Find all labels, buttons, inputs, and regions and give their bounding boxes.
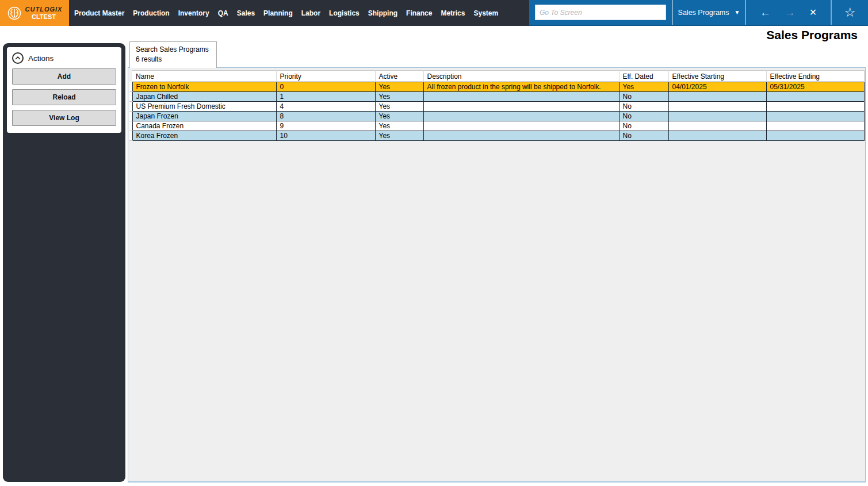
results-panel: NamePriorityActiveDescriptionEff. DatedE… (128, 67, 866, 483)
column-header[interactable]: Name (132, 71, 276, 82)
table-row[interactable]: Frozen to Norfolk 0 Yes All frozen produ… (129, 82, 864, 92)
column-header[interactable]: Description (423, 71, 619, 82)
screen-dropdown-value: Sales Programs (678, 9, 729, 17)
cell-description (423, 92, 619, 102)
column-header[interactable]: Effective Ending (766, 71, 864, 82)
brand-environment: CLTEST (32, 13, 56, 20)
cell-name: Japan Frozen (132, 112, 276, 121)
cell-description (423, 121, 619, 131)
actions-panel: Actions AddReloadView Log (7, 47, 121, 133)
cell-effective-ending (766, 121, 864, 131)
cell-priority: 10 (276, 131, 375, 141)
cell-eff-dated: Yes (619, 82, 668, 92)
table-row[interactable]: Japan Frozen 8 Yes No (129, 112, 864, 121)
column-header[interactable]: Eff. Dated (619, 71, 668, 82)
goto-screen-input[interactable] (535, 5, 666, 20)
nav-item[interactable]: Planning (263, 9, 293, 17)
collapse-panel-icon[interactable] (12, 52, 24, 64)
nav-item[interactable]: Inventory (178, 9, 209, 17)
tab-search-sales-programs[interactable]: Search Sales Programs 6 results (129, 41, 217, 68)
cell-eff-dated: No (619, 131, 668, 141)
cell-effective-starting (668, 112, 766, 121)
topbar-blue-zone: Sales Programs ▼ ← → ✕ ☆ (529, 0, 868, 26)
table-row[interactable]: Japan Chilled 1 Yes No (129, 92, 864, 102)
action-button[interactable]: Add (12, 68, 116, 85)
favorite-section: ☆ (832, 0, 868, 25)
chevron-down-icon: ▼ (735, 9, 740, 16)
nav-item[interactable]: Product Master (74, 9, 124, 17)
nav-item[interactable]: Finance (406, 9, 432, 17)
cell-effective-ending (766, 131, 864, 141)
cell-priority: 4 (276, 102, 375, 112)
cell-effective-starting (668, 92, 766, 102)
cell-active: Yes (375, 121, 423, 131)
cell-priority: 1 (276, 92, 375, 102)
cell-name: US Premium Fresh Domestic (132, 102, 276, 112)
goto-screen-section (529, 0, 672, 25)
top-bar: CUTLOGIX CLTEST Product MasterProduction… (0, 0, 868, 26)
brand-logo: CUTLOGIX CLTEST (0, 0, 69, 26)
tab-title: Search Sales Programs (136, 45, 211, 55)
column-header[interactable]: Active (375, 71, 423, 82)
table-body: Frozen to Norfolk 0 Yes All frozen produ… (129, 82, 864, 141)
cell-effective-starting (668, 131, 766, 141)
nav-history-section: ← → ✕ (746, 0, 831, 25)
table-header-row: NamePriorityActiveDescriptionEff. DatedE… (129, 71, 864, 82)
cell-eff-dated: No (619, 121, 668, 131)
cell-name: Japan Chilled (132, 92, 276, 102)
cell-active: Yes (375, 102, 423, 112)
favorite-icon[interactable]: ☆ (844, 6, 856, 19)
nav-item[interactable]: Labor (301, 9, 320, 17)
tab-results-count: 6 results (136, 55, 211, 64)
action-button[interactable]: View Log (12, 110, 116, 126)
cell-description (423, 131, 619, 141)
sales-programs-table: NamePriorityActiveDescriptionEff. DatedE… (129, 70, 865, 141)
cell-description (423, 112, 619, 121)
actions-button-list: AddReloadView Log (12, 68, 116, 126)
action-button[interactable]: Reload (12, 89, 116, 105)
brand-logo-icon (7, 6, 22, 21)
cell-priority: 8 (276, 112, 375, 121)
forward-icon[interactable]: → (785, 7, 796, 18)
column-header[interactable]: Priority (276, 71, 375, 82)
cell-priority: 0 (276, 82, 375, 92)
cell-active: Yes (375, 92, 423, 102)
nav-item[interactable]: QA (218, 9, 228, 17)
cell-effective-ending: 05/31/2025 (766, 82, 864, 92)
screen-dropdown[interactable]: Sales Programs ▼ (673, 0, 745, 25)
nav-item[interactable]: System (473, 9, 498, 17)
cell-name: Frozen to Norfolk (132, 82, 276, 92)
cell-effective-ending (766, 92, 864, 102)
cell-active: Yes (375, 131, 423, 141)
cell-description: All frozen product in the spring will be… (423, 82, 619, 92)
main-nav: Product MasterProductionInventoryQASales… (69, 0, 529, 26)
nav-item[interactable]: Production (133, 9, 169, 17)
column-header[interactable]: Effective Starting (668, 71, 766, 82)
cell-priority: 9 (276, 121, 375, 131)
cell-eff-dated: No (619, 92, 668, 102)
nav-item[interactable]: Sales (237, 9, 255, 17)
cell-active: Yes (375, 112, 423, 121)
nav-item[interactable]: Shipping (368, 9, 397, 17)
close-icon[interactable]: ✕ (809, 8, 817, 17)
cell-active: Yes (375, 82, 423, 92)
table-row[interactable]: US Premium Fresh Domestic 4 Yes No (129, 102, 864, 112)
cell-eff-dated: No (619, 112, 668, 121)
cell-description (423, 102, 619, 112)
brand-name: CUTLOGIX (25, 6, 63, 13)
nav-item[interactable]: Metrics (441, 9, 465, 17)
cell-effective-ending (766, 102, 864, 112)
cell-effective-starting (668, 121, 766, 131)
cell-effective-ending (766, 112, 864, 121)
table-row[interactable]: Korea Frozen 10 Yes No (129, 131, 864, 141)
nav-item[interactable]: Logistics (329, 9, 360, 17)
cell-eff-dated: No (619, 102, 668, 112)
actions-sidebar: Actions AddReloadView Log (3, 43, 125, 482)
back-icon[interactable]: ← (760, 7, 771, 18)
page-title: Sales Programs (766, 28, 858, 42)
cell-name: Canada Frozen (132, 121, 276, 131)
cell-effective-starting: 04/01/2025 (668, 82, 766, 92)
table-row[interactable]: Canada Frozen 9 Yes No (129, 121, 864, 131)
cell-effective-starting (668, 102, 766, 112)
cell-name: Korea Frozen (132, 131, 276, 141)
